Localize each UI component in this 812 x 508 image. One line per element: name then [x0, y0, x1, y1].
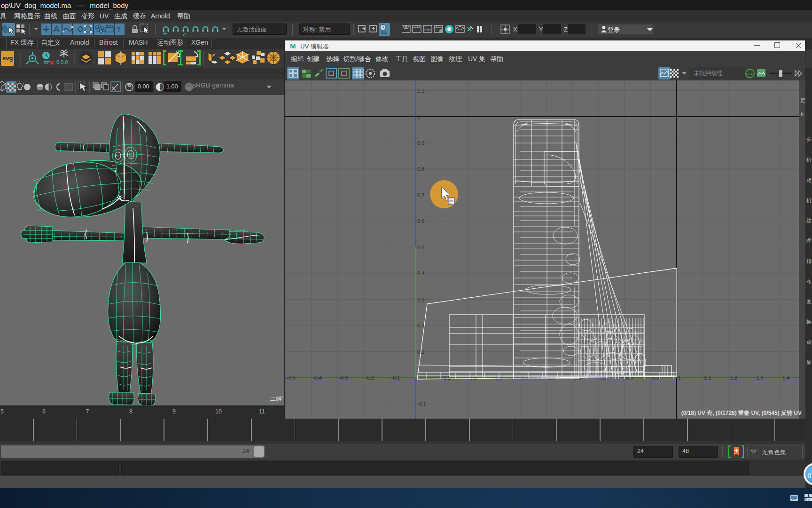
svg-text:RGB: RGB — [746, 72, 754, 76]
svg-text:0.8: 0.8 — [417, 166, 424, 172]
svg-text:1.4: 1.4 — [782, 375, 789, 381]
svg-text:?: ? — [117, 25, 120, 33]
svg-text:0.5: 0.5 — [417, 245, 424, 250]
svg-text:0.7: 0.7 — [417, 192, 424, 198]
svg-text:0.4: 0.4 — [417, 270, 424, 276]
svg-text:-0.5: -0.5 — [287, 375, 296, 381]
svg-text:1: 1 — [417, 114, 420, 119]
svg-text:b: b — [801, 111, 804, 117]
svg-text:-0.4: -0.4 — [313, 375, 322, 381]
svg-text:sp: sp — [187, 85, 191, 90]
svg-text:0.2: 0.2 — [417, 323, 424, 328]
svg-text:1: 1 — [678, 375, 681, 381]
svg-text:0.3: 0.3 — [417, 297, 424, 302]
svg-text:-0.3: -0.3 — [339, 375, 348, 381]
svg-text:-0.1: -0.1 — [391, 375, 400, 381]
svg-text:-0.1: -0.1 — [417, 401, 426, 407]
svg-text:IPR: IPR — [424, 28, 431, 32]
svg-text:0.6: 0.6 — [417, 218, 424, 224]
svg-text:1.2: 1.2 — [730, 375, 737, 381]
svg-text:1.3: 1.3 — [757, 375, 764, 381]
svg-text:0,0,0: 0,0,0 — [56, 59, 68, 65]
svg-text:定: 定 — [800, 97, 805, 103]
svg-text:1.1: 1.1 — [417, 88, 424, 94]
svg-text:0.9: 0.9 — [417, 140, 424, 146]
svg-text:-0.2: -0.2 — [365, 375, 374, 381]
svg-text:1.1: 1.1 — [704, 375, 711, 381]
svg-text:cs: cs — [808, 498, 811, 501]
